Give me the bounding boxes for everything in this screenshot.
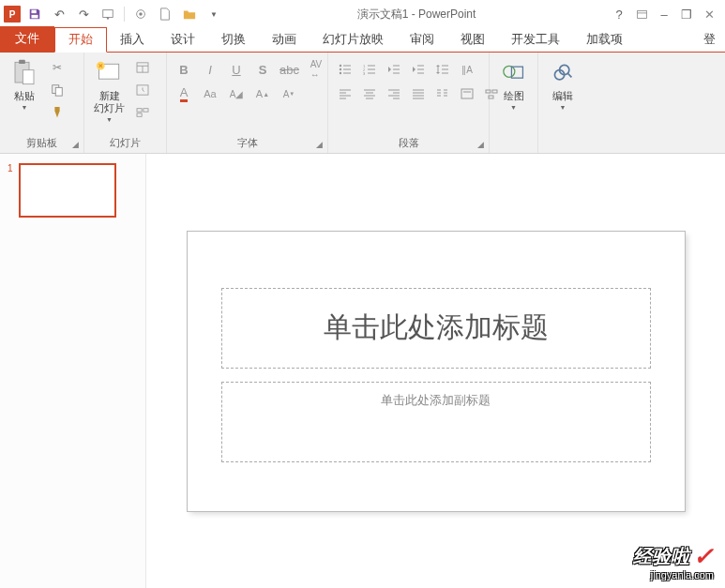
qat-customize-button[interactable]: ▼ (204, 4, 224, 24)
strikethrough-button[interactable]: abc (279, 60, 299, 79)
start-slideshow-button[interactable] (98, 4, 118, 24)
paragraph-launcher[interactable]: ◢ (475, 139, 486, 150)
ribbon-tabs: 文件 开始 插入 设计 切换 动画 幻灯片放映 审阅 视图 开发工具 加载项 登 (0, 28, 725, 53)
clipboard-launcher[interactable]: ◢ (69, 139, 81, 150)
section-button[interactable] (132, 103, 153, 122)
tab-animations[interactable]: 动画 (259, 28, 310, 52)
svg-rect-9 (23, 70, 34, 84)
title-placeholder[interactable]: 单击此处添加标题 (221, 288, 651, 369)
tab-addins[interactable]: 加载项 (573, 28, 636, 52)
text-direction-button[interactable]: ‖A (458, 60, 476, 79)
bullets-button[interactable] (336, 60, 355, 79)
format-painter-button[interactable] (47, 103, 68, 122)
svg-point-70 (503, 66, 514, 77)
editing-label: 编辑 (552, 90, 573, 102)
char-spacing-button[interactable]: AV↔ (307, 60, 325, 79)
new-file-button[interactable] (155, 4, 175, 24)
copy-button[interactable] (47, 81, 68, 99)
group-slides: 新建 幻灯片 ▼ 幻灯片 (84, 53, 167, 153)
columns-button[interactable] (433, 84, 452, 103)
help-button[interactable]: ? (609, 4, 629, 24)
svg-rect-8 (19, 60, 25, 64)
close-button[interactable]: ✕ (699, 4, 719, 24)
main-area: 1 单击此处添加标题 单击此处添加副标题 (0, 154, 725, 588)
separator (124, 7, 125, 22)
new-slide-button[interactable]: 新建 幻灯片 ▼ (88, 54, 130, 127)
tab-design[interactable]: 设计 (158, 28, 208, 52)
save-button[interactable] (24, 4, 45, 24)
open-file-button[interactable] (179, 4, 200, 24)
chevron-down-icon: ▼ (510, 104, 517, 111)
svg-rect-5 (637, 10, 646, 18)
paste-icon (9, 58, 39, 88)
increase-font-button[interactable]: A▲ (253, 84, 272, 103)
svg-point-23 (340, 68, 341, 70)
watermark: 经验啦 ✓ jingyanla.com (633, 542, 714, 580)
svg-rect-19 (137, 113, 142, 116)
numbering-button[interactable]: 123 (360, 60, 379, 79)
svg-rect-20 (143, 109, 148, 112)
tab-transitions[interactable]: 切换 (208, 28, 259, 52)
thumbnail-preview[interactable] (19, 163, 116, 218)
shadow-button[interactable]: S (253, 60, 272, 79)
redo-button[interactable]: ↷ (73, 4, 94, 24)
clear-formatting-button[interactable]: A◢ (227, 84, 246, 103)
tab-insert[interactable]: 插入 (107, 28, 158, 52)
drawing-label: 绘图 (504, 90, 524, 102)
subtitle-placeholder[interactable]: 单击此处添加副标题 (221, 382, 651, 462)
group-font: B I U S abc AV↔ A Aa A◢ A▲ A▼ 字体 ◢ (167, 53, 328, 153)
tab-login[interactable]: 登 (690, 28, 725, 52)
tab-developer[interactable]: 开发工具 (498, 28, 573, 52)
layout-button[interactable] (132, 58, 153, 77)
align-center-button[interactable] (360, 84, 379, 103)
tab-view[interactable]: 视图 (447, 28, 498, 52)
drawing-button[interactable]: 绘图 ▼ (493, 54, 535, 114)
svg-rect-11 (55, 87, 62, 96)
group-paragraph: 123 ‖A (328, 53, 490, 153)
change-case-button[interactable]: Aa (201, 84, 219, 103)
group-drawing: 绘图 ▼ (490, 53, 538, 153)
chevron-down-icon: ▼ (106, 116, 113, 123)
ribbon-display-button[interactable] (631, 4, 652, 24)
font-launcher[interactable]: ◢ (313, 139, 325, 150)
title-bar: P ↶ ↷ ▼ 演示文稿1 - PowerPoint ? – ❐ ✕ (0, 0, 725, 28)
align-right-button[interactable] (385, 84, 403, 103)
tab-review[interactable]: 审阅 (397, 28, 447, 52)
decrease-indent-button[interactable] (385, 60, 403, 79)
justify-button[interactable] (409, 84, 428, 103)
tab-slideshow[interactable]: 幻灯片放映 (310, 28, 397, 52)
font-color-button[interactable]: A (174, 84, 193, 103)
align-left-button[interactable] (336, 84, 355, 103)
underline-button[interactable]: U (227, 60, 246, 79)
watermark-url: jingyanla.com (633, 569, 714, 580)
editing-button[interactable]: 编辑 ▼ (542, 54, 583, 114)
reset-button[interactable] (132, 81, 153, 99)
touch-mode-button[interactable] (130, 4, 151, 24)
bold-button[interactable]: B (174, 60, 193, 79)
slide-editor[interactable]: 单击此处添加标题 单击此处添加副标题 (146, 154, 725, 588)
tab-home[interactable]: 开始 (54, 27, 107, 53)
thumbnail-pane[interactable]: 1 (0, 154, 146, 588)
shapes-icon (499, 58, 529, 88)
minimize-button[interactable]: – (654, 4, 674, 24)
line-spacing-button[interactable] (433, 60, 452, 79)
find-icon (548, 58, 578, 88)
slide-canvas[interactable]: 单击此处添加标题 单击此处添加副标题 (188, 232, 685, 511)
tab-file[interactable]: 文件 (0, 26, 54, 52)
italic-button[interactable]: I (201, 60, 219, 79)
svg-rect-18 (137, 109, 142, 112)
cut-button[interactable]: ✂ (47, 58, 68, 77)
align-text-button[interactable] (458, 84, 476, 103)
app-icon: P (4, 6, 21, 23)
increase-indent-button[interactable] (409, 60, 428, 79)
chevron-down-icon: ▼ (22, 104, 28, 111)
check-icon: ✓ (693, 542, 714, 571)
slide-thumbnail[interactable]: 1 (8, 163, 138, 218)
window-controls: ? – ❐ ✕ (609, 4, 725, 24)
svg-text:3: 3 (363, 71, 366, 75)
svg-rect-2 (103, 10, 113, 18)
paste-button[interactable]: 粘贴 ▼ (4, 54, 45, 114)
decrease-font-button[interactable]: A▼ (279, 84, 298, 103)
undo-button[interactable]: ↶ (49, 4, 69, 24)
restore-button[interactable]: ❐ (676, 4, 697, 24)
